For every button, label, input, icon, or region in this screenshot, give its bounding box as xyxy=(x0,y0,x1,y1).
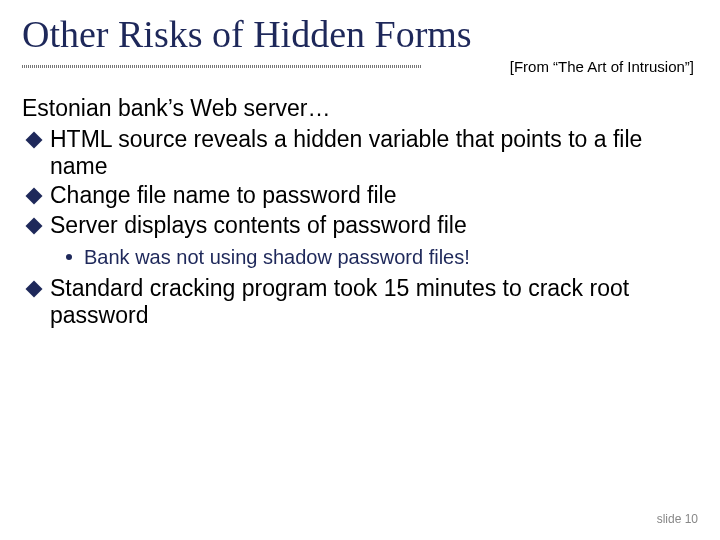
title-underline xyxy=(22,65,422,68)
subbullet-shadow-files: Bank was not using shadow password files… xyxy=(22,245,698,269)
bullet-text: Change file name to password file xyxy=(50,182,396,208)
bullet-cracking-program: Standard cracking program took 15 minute… xyxy=(22,275,698,329)
slide: Other Risks of Hidden Forms [From “The A… xyxy=(0,0,720,540)
diamond-icon xyxy=(26,188,43,205)
slide-title: Other Risks of Hidden Forms xyxy=(22,12,698,56)
diamond-icon xyxy=(26,280,43,297)
source-citation: [From “The Art of Intrusion”] xyxy=(510,58,698,75)
slide-body: Estonian bank’s Web server… HTML source … xyxy=(22,95,698,329)
subbullet-text: Bank was not using shadow password files… xyxy=(84,246,470,268)
diamond-icon xyxy=(26,132,43,149)
title-rule-row: [From “The Art of Intrusion”] xyxy=(22,58,698,75)
bullet-change-filename: Change file name to password file xyxy=(22,182,698,209)
diamond-icon xyxy=(26,217,43,234)
slide-number: slide 10 xyxy=(657,512,698,526)
bullet-text: HTML source reveals a hidden variable th… xyxy=(50,126,642,179)
bullet-text: Server displays contents of password fil… xyxy=(50,212,467,238)
bullet-html-source: HTML source reveals a hidden variable th… xyxy=(22,126,698,180)
bullet-text: Standard cracking program took 15 minute… xyxy=(50,275,629,328)
body-intro: Estonian bank’s Web server… xyxy=(22,95,698,122)
bullet-server-displays: Server displays contents of password fil… xyxy=(22,212,698,239)
dot-icon xyxy=(66,254,72,260)
